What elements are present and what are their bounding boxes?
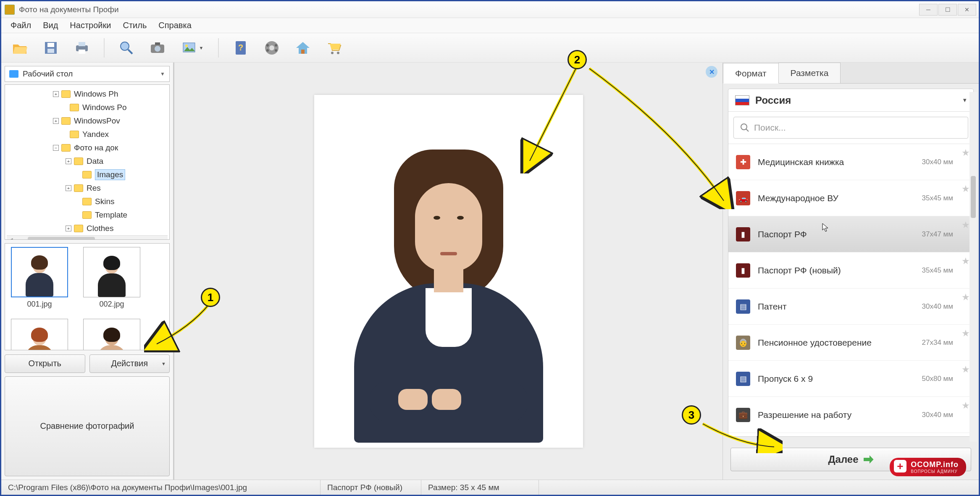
favorite-star-icon[interactable]: ★ bbox=[962, 364, 970, 375]
tree-item[interactable]: Skins bbox=[7, 195, 168, 208]
toolbar-gallery-icon[interactable]: ▼ bbox=[178, 37, 207, 59]
folder-icon bbox=[74, 184, 83, 192]
country-label: Россия bbox=[755, 94, 791, 106]
tree-item-label: WindowsPov bbox=[74, 116, 120, 126]
toolbar-cart-icon[interactable] bbox=[323, 37, 345, 59]
folder-icon bbox=[70, 104, 79, 111]
tree-item[interactable]: +Data bbox=[7, 155, 168, 168]
tab-layout[interactable]: Разметка bbox=[778, 63, 841, 83]
folder-icon bbox=[70, 131, 79, 138]
country-dropdown[interactable]: Россия bbox=[728, 89, 973, 112]
thumbnail-item[interactable]: 003.jpg bbox=[8, 319, 71, 350]
doc-size: 37х47 мм bbox=[922, 230, 953, 239]
document-format-item[interactable]: ▮Паспорт РФ37х47 мм★ bbox=[728, 216, 973, 252]
svg-rect-2 bbox=[47, 49, 54, 53]
toolbar-video-icon[interactable] bbox=[261, 37, 283, 59]
svg-text:?: ? bbox=[238, 43, 243, 52]
open-button[interactable]: Открыть bbox=[5, 354, 85, 373]
right-tabs: Формат Разметка bbox=[723, 63, 979, 84]
callout-1-arrow bbox=[144, 298, 215, 352]
favorite-star-icon[interactable]: ★ bbox=[962, 147, 970, 158]
favorite-star-icon[interactable]: ★ bbox=[962, 328, 970, 339]
tree-h-scrollbar[interactable]: ◂ bbox=[7, 235, 168, 240]
status-size: Размер: 35 х 45 мм bbox=[421, 480, 539, 495]
thumbnail-item[interactable]: 6.jpg bbox=[81, 319, 143, 350]
document-format-item[interactable]: ▮Паспорт РФ (новый)35х45 мм★ bbox=[728, 252, 973, 289]
tree-item-label: Фото на док bbox=[74, 143, 118, 152]
right-scrollbar[interactable] bbox=[969, 92, 977, 442]
favorite-star-icon[interactable]: ★ bbox=[962, 400, 970, 411]
tree-item[interactable]: +Windows Ph bbox=[7, 87, 168, 101]
document-format-item[interactable]: ▤Пропуск 6 х 950х80 мм★ bbox=[728, 361, 973, 397]
doc-name: Медицинская книжка bbox=[758, 157, 844, 167]
watermark-sub: ВОПРОСЫ АДМИНУ bbox=[911, 469, 959, 474]
svg-point-18 bbox=[266, 49, 269, 52]
compare-button[interactable]: Сравнение фотографий bbox=[5, 376, 170, 477]
close-button[interactable]: ✕ bbox=[958, 4, 976, 16]
toolbar: ▼ ? bbox=[1, 33, 979, 63]
document-format-item[interactable]: 🚗Международное ВУ35х45 мм★ bbox=[728, 180, 973, 216]
doc-size: 27х34 мм bbox=[922, 339, 953, 347]
document-format-item[interactable]: 👵Пенсионное удостоверение27х34 мм★ bbox=[728, 325, 973, 361]
callout-3-arrow bbox=[699, 420, 783, 453]
thumbnail-item[interactable]: 001.jpg bbox=[8, 247, 71, 309]
folder-tree[interactable]: +Windows PhWindows Po+WindowsPovYandex−Ф… bbox=[5, 84, 170, 240]
toolbar-camera-icon[interactable] bbox=[147, 37, 168, 59]
toolbar-print-icon[interactable] bbox=[71, 37, 93, 59]
maximize-button[interactable]: ☐ bbox=[938, 4, 957, 16]
minimize-button[interactable]: ─ bbox=[919, 4, 938, 16]
callout-2: 2 bbox=[568, 50, 587, 69]
toolbar-open-icon[interactable] bbox=[9, 37, 31, 59]
tree-item[interactable]: Template bbox=[7, 208, 168, 222]
search-input[interactable]: Поиск... bbox=[733, 117, 968, 139]
svg-point-6 bbox=[121, 42, 129, 50]
svg-point-16 bbox=[266, 44, 269, 47]
doc-type-icon: ▤ bbox=[736, 299, 750, 314]
tree-item-label: Images bbox=[95, 169, 125, 180]
actions-button[interactable]: Действия bbox=[89, 354, 170, 373]
window-controls: ─ ☐ ✕ bbox=[919, 4, 976, 16]
document-format-item[interactable]: ▤Патент30х40 мм★ bbox=[728, 289, 973, 325]
location-dropdown[interactable]: Рабочий стол bbox=[5, 66, 170, 82]
favorite-star-icon[interactable]: ★ bbox=[962, 256, 970, 267]
thumbnail-label: 002.jpg bbox=[99, 300, 124, 308]
favorite-star-icon[interactable]: ★ bbox=[962, 184, 970, 194]
folder-icon bbox=[74, 225, 83, 232]
tree-item[interactable]: +WindowsPov bbox=[7, 114, 168, 128]
svg-point-19 bbox=[275, 49, 277, 52]
folder-icon bbox=[82, 171, 92, 178]
favorite-star-icon[interactable]: ★ bbox=[962, 292, 970, 303]
menu-style[interactable]: Стиль bbox=[123, 21, 147, 30]
tree-item-label: Windows Po bbox=[82, 103, 127, 112]
tree-item[interactable]: Yandex bbox=[7, 128, 168, 141]
toolbar-zoom-icon[interactable] bbox=[116, 37, 137, 59]
doc-size: 35х45 мм bbox=[922, 194, 953, 202]
tree-item[interactable]: +Clothes bbox=[7, 222, 168, 235]
menu-settings[interactable]: Настройки bbox=[70, 21, 111, 30]
titlebar: Фото на документы Профи ─ ☐ ✕ bbox=[1, 1, 979, 18]
doc-name: Пропуск 6 х 9 bbox=[758, 374, 813, 384]
thumbnail-item[interactable]: 002.jpg bbox=[81, 247, 143, 309]
tree-item[interactable]: Windows Po bbox=[7, 101, 168, 114]
folder-icon bbox=[61, 117, 71, 125]
tree-item[interactable]: Images bbox=[7, 168, 168, 181]
tree-item[interactable]: +Res bbox=[7, 181, 168, 195]
tree-item[interactable]: −Фото на док bbox=[7, 141, 168, 155]
arrow-right-icon bbox=[864, 455, 874, 464]
search-placeholder: Поиск... bbox=[754, 123, 786, 133]
menu-file[interactable]: Файл bbox=[11, 21, 31, 30]
toolbar-help-icon[interactable]: ? bbox=[230, 37, 252, 59]
doc-size: 30х40 мм bbox=[922, 411, 953, 419]
doc-name: Паспорт РФ bbox=[758, 229, 807, 239]
toolbar-home-icon[interactable] bbox=[292, 37, 314, 59]
doc-size: 35х45 мм bbox=[922, 266, 953, 275]
doc-name: Патент bbox=[758, 302, 787, 312]
document-format-item[interactable]: ✚Медицинская книжка30х40 мм★ bbox=[728, 144, 973, 180]
menu-help[interactable]: Справка bbox=[158, 21, 191, 30]
toolbar-save-icon[interactable] bbox=[40, 37, 62, 59]
menu-view[interactable]: Вид bbox=[43, 21, 58, 30]
doc-type-icon: ✚ bbox=[736, 155, 750, 169]
app-window: Фото на документы Профи ─ ☐ ✕ Файл Вид Н… bbox=[0, 0, 980, 496]
cursor-icon bbox=[822, 223, 829, 232]
favorite-star-icon[interactable]: ★ bbox=[962, 220, 970, 231]
